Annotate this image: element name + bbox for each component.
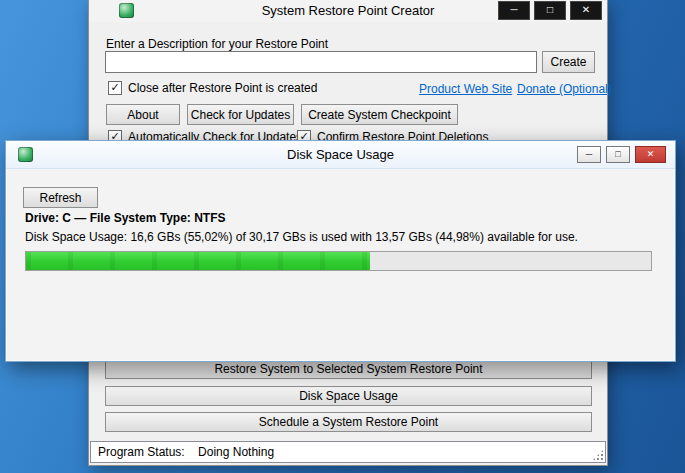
minimize-icon[interactable]: ─ xyxy=(498,1,530,20)
drive-info: Drive: C — File System Type: NTFS xyxy=(25,211,226,225)
disk-usage-text: Disk Space Usage: 16,6 GBs (55,02%) of 3… xyxy=(25,230,578,244)
main-titlebar[interactable]: System Restore Point Creator ─ □ ✕ xyxy=(89,0,607,22)
schedule-restore-point-button[interactable]: Schedule a System Restore Point xyxy=(105,412,592,432)
status-bar: Program Status: Doing Nothing xyxy=(90,441,606,463)
disk-usage-progressbar xyxy=(25,251,652,271)
disk-maximize-icon[interactable]: □ xyxy=(606,146,630,163)
about-button[interactable]: About xyxy=(106,104,180,125)
create-button[interactable]: Create xyxy=(542,51,595,73)
restore-system-button[interactable]: Restore System to Selected System Restor… xyxy=(105,359,592,379)
description-label: Enter a Description for your Restore Poi… xyxy=(106,37,328,51)
checkbox-checked-icon: ✓ xyxy=(108,81,122,95)
check-for-updates-button[interactable]: Check for Updates xyxy=(187,104,294,125)
disk-space-usage-button[interactable]: Disk Space Usage xyxy=(105,386,592,406)
resize-grip-icon[interactable] xyxy=(592,449,604,461)
status-label: Program Status: xyxy=(98,445,185,459)
maximize-icon[interactable]: □ xyxy=(534,1,566,20)
product-web-site-link[interactable]: Product Web Site xyxy=(419,82,512,96)
disk-titlebar[interactable]: Disk Space Usage ─ □ ✕ xyxy=(6,141,675,169)
disk-space-usage-window: Disk Space Usage ─ □ ✕ Refresh Drive: C … xyxy=(5,140,676,362)
description-input[interactable] xyxy=(105,51,537,73)
disk-minimize-icon[interactable]: ─ xyxy=(577,146,601,163)
close-icon[interactable]: ✕ xyxy=(570,1,602,20)
status-value: Doing Nothing xyxy=(198,445,274,459)
donate-link[interactable]: Donate (Optional) xyxy=(517,82,612,96)
desktop: System Restore Point Creator ─ □ ✕ Enter… xyxy=(0,0,685,473)
refresh-button[interactable]: Refresh xyxy=(23,187,98,208)
disk-usage-progress-fill xyxy=(26,252,370,270)
close-after-checkbox[interactable]: ✓ Close after Restore Point is created xyxy=(108,81,317,95)
disk-window-title: Disk Space Usage xyxy=(6,141,675,168)
create-system-checkpoint-button[interactable]: Create System Checkpoint xyxy=(301,104,458,125)
disk-window-controls: ─ □ ✕ xyxy=(577,146,666,163)
close-after-checkbox-label: Close after Restore Point is created xyxy=(128,81,317,95)
disk-close-icon[interactable]: ✕ xyxy=(635,146,666,163)
main-window-controls: ─ □ ✕ xyxy=(498,1,602,20)
